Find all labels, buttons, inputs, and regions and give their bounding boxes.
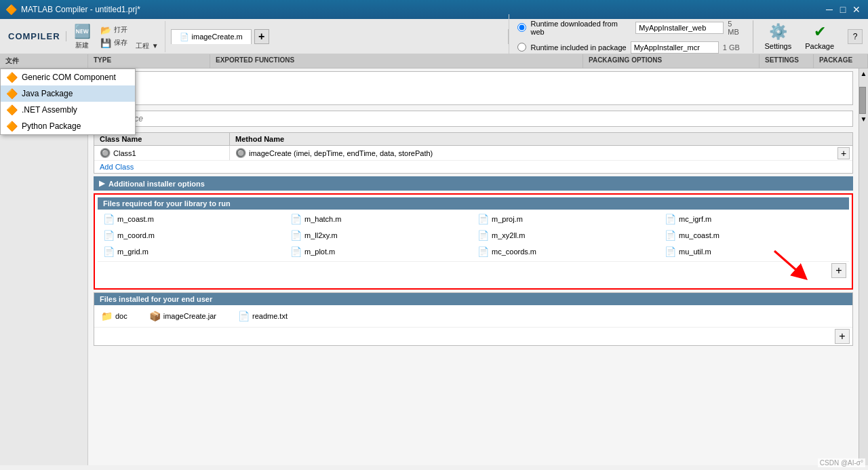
file-m_ll2xy[interactable]: 📄 m_ll2xy.m	[288, 229, 472, 242]
package-button[interactable]: ✔ Package	[800, 20, 840, 53]
file-mc_coords[interactable]: 📄 mc_coords.m	[475, 245, 659, 258]
packaging-options: Runtime downloaded from web 5 MB Runtime…	[509, 14, 753, 59]
toggle-chevron: ▶	[99, 179, 104, 188]
file-icon-m_coast: 📄	[103, 214, 115, 224]
folder-icon: 📁	[101, 311, 113, 321]
file-icon-mc_coords: 📄	[477, 246, 489, 257]
files-installed-header: Files installed for your end user	[94, 293, 852, 305]
class-row: 🔘 Class1 🔘 imageCreate (imei, depTime, e…	[94, 146, 852, 161]
radio-row-mcr: Runtime included in package 1 GB	[517, 41, 745, 54]
files-installed-grid: 📁 doc 📦 imageCreate.jar 📄 readme.txt	[94, 305, 852, 327]
open-button[interactable]: 📂 打开	[97, 24, 131, 37]
class1-cell: 🔘 Class1	[94, 146, 230, 160]
save-button[interactable]: 💾 保存	[97, 37, 131, 50]
file-tab-icon: 📄	[180, 33, 189, 41]
scroll-thumb[interactable]	[859, 87, 866, 114]
file-name-m_grid: m_grid.m	[117, 248, 149, 256]
additional-installer-toggle[interactable]: ▶ Additional installer options	[94, 176, 853, 191]
java-icon: 🔶	[6, 88, 18, 99]
file-icon-m_grid: 📄	[103, 246, 115, 257]
files-required-section: Files required for your library to run 📄…	[94, 193, 853, 290]
namespace-input[interactable]	[94, 111, 853, 127]
scroll-up-button[interactable]: ▲	[859, 68, 868, 79]
files-installed-section: Files installed for your end user 📁 doc …	[94, 292, 853, 346]
file-name-m_plot: m_plot.m	[304, 248, 335, 256]
settings-button[interactable]: ⚙️ Settings	[759, 20, 797, 53]
jar-icon: 📦	[149, 311, 161, 321]
file-m_grid[interactable]: 📄 m_grid.m	[100, 245, 285, 258]
file-m_hatch[interactable]: 📄 m_hatch.m	[288, 212, 472, 226]
file-icon-m_xy2ll: 📄	[477, 230, 489, 241]
image-area	[94, 71, 853, 105]
scroll-down-button[interactable]: ▼	[859, 114, 868, 124]
file-m_coast[interactable]: 📄 m_coast.m	[100, 212, 285, 226]
web-size: 5 MB	[728, 20, 745, 36]
file-icon-m_coord: 📄	[103, 230, 115, 241]
new-button[interactable]: 🆕 新建	[69, 21, 96, 52]
file-icon-m_hatch: 📄	[290, 214, 302, 224]
add-file-button[interactable]: +	[254, 29, 269, 44]
file-icon-mc_igrf: 📄	[665, 214, 676, 224]
file-name-mc_coords: mc_coords.m	[492, 248, 536, 256]
add-required-file-button[interactable]: +	[831, 263, 846, 278]
file-mu_coast[interactable]: 📄 mu_coast.m	[662, 229, 846, 242]
help-button[interactable]: ?	[848, 29, 863, 44]
file-name-mu_coast: mu_coast.m	[679, 231, 719, 239]
txt-icon: 📄	[238, 311, 250, 321]
dropdown-item-java[interactable]: 🔶 Java Package	[1, 85, 135, 102]
file-name-m_hatch: m_hatch.m	[304, 215, 341, 223]
file-m_plot[interactable]: 📄 m_plot.m	[288, 245, 472, 258]
add-installed-file-button[interactable]: +	[835, 329, 850, 344]
dropdown-item-net[interactable]: 🔶 .NET Assembly	[1, 102, 135, 118]
close-button[interactable]: ✕	[850, 3, 863, 16]
col-file: 文件	[0, 54, 88, 68]
add-required-files-btn-row: +	[98, 261, 849, 279]
file-icon-mu_coast: 📄	[665, 230, 676, 241]
file-mc_igrf[interactable]: 📄 mc_igrf.m	[662, 212, 846, 226]
file-readme[interactable]: 📄 readme.txt	[235, 309, 290, 323]
java-label: Java Package	[22, 89, 73, 98]
package-icon: ✔	[814, 23, 826, 41]
file-toolbar-group: 🆕 新建 📂 打开 💾 保存 工程 ▼	[66, 21, 165, 52]
radio-web[interactable]	[517, 23, 526, 32]
add-files-row: +	[98, 261, 849, 286]
settings-label: Settings	[764, 42, 791, 50]
class-radio-icon: 🔘	[100, 148, 111, 158]
com-label: Generic COM Component	[22, 73, 116, 82]
installer-mcr-input[interactable]	[631, 41, 719, 54]
file-name-readme: readme.txt	[252, 312, 288, 320]
file-tab[interactable]: 📄 imageCreate.m	[171, 29, 252, 44]
file-m_coord[interactable]: 📄 m_coord.m	[100, 229, 285, 242]
method-name: imageCreate (imei, depTime, endTime, dat…	[249, 149, 433, 157]
file-m_xy2ll[interactable]: 📄 m_xy2ll.m	[475, 229, 659, 242]
minimize-button[interactable]: ─	[823, 3, 835, 16]
col-type: TYPE	[88, 54, 210, 68]
file-m_proj[interactable]: 📄 m_proj.m	[475, 212, 659, 226]
file-name-m_coord: m_coord.m	[117, 231, 155, 239]
dropdown-item-com[interactable]: 🔶 Generic COM Component	[1, 69, 135, 85]
net-icon: 🔶	[6, 104, 18, 115]
file-doc[interactable]: 📁 doc	[98, 309, 130, 323]
add-method-button[interactable]: +	[837, 147, 850, 159]
project-btn[interactable]: 工程 ▼	[132, 40, 162, 52]
new-label: 新建	[75, 41, 89, 50]
class-table-header: Class Name Method Name	[94, 133, 852, 146]
maximize-button[interactable]: □	[837, 3, 849, 16]
col-settings: SETTINGS	[760, 54, 814, 68]
col-exported: EXPORTED FUNCTIONS	[210, 54, 583, 68]
add-class-link[interactable]: Add Class	[94, 161, 852, 173]
vertical-scrollbar[interactable]: ▲ ▼	[859, 68, 868, 465]
file-mu_util[interactable]: 📄 mu_util.m	[662, 245, 846, 258]
file-name-m_ll2xy: m_ll2xy.m	[304, 231, 338, 239]
compiler-label: COMPILER	[8, 31, 60, 41]
settings-icon: ⚙️	[769, 23, 787, 41]
radio-mcr-label: Runtime included in package	[530, 43, 626, 52]
column-headers: 文件 TYPE EXPORTED FUNCTIONS PACKAGING OPT…	[0, 54, 868, 68]
python-label: Python Package	[22, 121, 81, 131]
file-name-mu_util: mu_util.m	[679, 248, 711, 256]
dropdown-item-python[interactable]: 🔶 Python Package	[1, 118, 135, 134]
file-name-doc: doc	[115, 312, 127, 320]
radio-mcr[interactable]	[517, 43, 526, 52]
file-imageCreate-jar[interactable]: 📦 imageCreate.jar	[146, 309, 219, 323]
installer-web-input[interactable]	[635, 22, 724, 34]
